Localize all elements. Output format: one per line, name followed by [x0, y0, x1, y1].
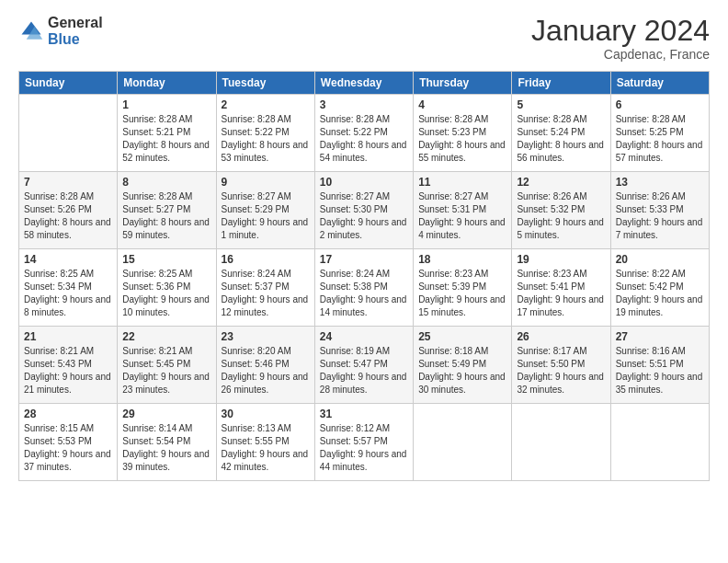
logo-blue-text: Blue: [48, 31, 103, 48]
calendar-cell: 1Sunrise: 8:28 AMSunset: 5:21 PMDaylight…: [118, 95, 216, 172]
day-number: 5: [517, 98, 605, 111]
week-row-2: 14Sunrise: 8:25 AMSunset: 5:34 PMDayligh…: [19, 249, 710, 327]
day-number: 29: [122, 408, 210, 420]
day-info: Sunrise: 8:21 AMSunset: 5:43 PMDaylight:…: [24, 345, 112, 396]
calendar-cell: 29Sunrise: 8:14 AMSunset: 5:54 PMDayligh…: [118, 404, 216, 481]
day-info: Sunrise: 8:26 AMSunset: 5:32 PMDaylight:…: [517, 190, 605, 242]
day-number: 10: [320, 176, 408, 189]
day-number: 1: [122, 98, 210, 111]
day-info: Sunrise: 8:27 AMSunset: 5:30 PMDaylight:…: [320, 190, 408, 242]
calendar-cell: 12Sunrise: 8:26 AMSunset: 5:32 PMDayligh…: [512, 172, 610, 249]
calendar-cell: [610, 404, 709, 481]
day-info: Sunrise: 8:26 AMSunset: 5:33 PMDaylight:…: [616, 190, 704, 242]
day-info: Sunrise: 8:23 AMSunset: 5:39 PMDaylight:…: [418, 268, 506, 319]
day-info: Sunrise: 8:21 AMSunset: 5:45 PMDaylight:…: [122, 345, 210, 396]
day-number: 25: [418, 330, 506, 343]
calendar-cell: 25Sunrise: 8:18 AMSunset: 5:49 PMDayligh…: [414, 327, 512, 404]
logo: General Blue: [18, 15, 103, 47]
day-number: 18: [418, 253, 506, 266]
day-number: 27: [616, 330, 704, 343]
day-number: 7: [24, 176, 112, 189]
day-header-row: Sunday Monday Tuesday Wednesday Thursday…: [19, 72, 710, 95]
week-row-3: 21Sunrise: 8:21 AMSunset: 5:43 PMDayligh…: [19, 327, 710, 404]
calendar-cell: [512, 404, 610, 481]
calendar-cell: 3Sunrise: 8:28 AMSunset: 5:22 PMDaylight…: [314, 95, 413, 172]
day-number: 26: [517, 330, 605, 343]
day-number: 23: [222, 330, 310, 343]
day-info: Sunrise: 8:15 AMSunset: 5:53 PMDaylight:…: [24, 422, 112, 474]
header-saturday: Saturday: [610, 72, 709, 95]
calendar-cell: [414, 404, 512, 481]
calendar-cell: 16Sunrise: 8:24 AMSunset: 5:37 PMDayligh…: [216, 249, 314, 327]
day-info: Sunrise: 8:12 AMSunset: 5:57 PMDaylight:…: [320, 422, 408, 474]
calendar-cell: 28Sunrise: 8:15 AMSunset: 5:53 PMDayligh…: [19, 404, 118, 481]
day-info: Sunrise: 8:24 AMSunset: 5:38 PMDaylight:…: [320, 268, 408, 319]
day-number: 14: [24, 253, 112, 266]
header-tuesday: Tuesday: [216, 72, 314, 95]
day-number: 4: [418, 98, 506, 111]
day-number: 21: [24, 330, 112, 343]
calendar-cell: 26Sunrise: 8:17 AMSunset: 5:50 PMDayligh…: [512, 327, 610, 404]
week-row-1: 7Sunrise: 8:28 AMSunset: 5:26 PMDaylight…: [19, 172, 710, 249]
day-info: Sunrise: 8:28 AMSunset: 5:23 PMDaylight:…: [418, 113, 506, 165]
logo-general-text: General: [48, 15, 103, 31]
header-sunday: Sunday: [19, 72, 118, 95]
day-info: Sunrise: 8:23 AMSunset: 5:41 PMDaylight:…: [517, 268, 605, 319]
header-wednesday: Wednesday: [314, 72, 413, 95]
calendar-header: Sunday Monday Tuesday Wednesday Thursday…: [19, 72, 710, 95]
header-friday: Friday: [512, 72, 610, 95]
calendar-cell: 22Sunrise: 8:21 AMSunset: 5:45 PMDayligh…: [118, 327, 216, 404]
calendar-cell: 24Sunrise: 8:19 AMSunset: 5:47 PMDayligh…: [314, 327, 413, 404]
calendar-cell: 27Sunrise: 8:16 AMSunset: 5:51 PMDayligh…: [610, 327, 709, 404]
day-info: Sunrise: 8:24 AMSunset: 5:37 PMDaylight:…: [222, 268, 310, 319]
calendar-cell: [19, 95, 118, 172]
day-number: 28: [24, 408, 112, 420]
calendar-cell: 7Sunrise: 8:28 AMSunset: 5:26 PMDaylight…: [19, 172, 118, 249]
day-number: 8: [122, 176, 210, 189]
day-info: Sunrise: 8:27 AMSunset: 5:31 PMDaylight:…: [418, 190, 506, 242]
day-info: Sunrise: 8:19 AMSunset: 5:47 PMDaylight:…: [320, 345, 408, 396]
day-info: Sunrise: 8:28 AMSunset: 5:22 PMDaylight:…: [320, 113, 408, 165]
day-number: 2: [222, 98, 310, 111]
calendar-table: Sunday Monday Tuesday Wednesday Thursday…: [18, 71, 710, 481]
month-title: January 2024: [531, 15, 710, 47]
day-number: 24: [320, 330, 408, 343]
day-info: Sunrise: 8:28 AMSunset: 5:22 PMDaylight:…: [222, 113, 310, 165]
calendar-cell: 13Sunrise: 8:26 AMSunset: 5:33 PMDayligh…: [610, 172, 709, 249]
day-number: 11: [418, 176, 506, 189]
day-info: Sunrise: 8:13 AMSunset: 5:55 PMDaylight:…: [222, 422, 310, 474]
day-info: Sunrise: 8:25 AMSunset: 5:36 PMDaylight:…: [122, 268, 210, 319]
day-info: Sunrise: 8:16 AMSunset: 5:51 PMDaylight:…: [616, 345, 704, 396]
day-info: Sunrise: 8:27 AMSunset: 5:29 PMDaylight:…: [222, 190, 310, 242]
calendar-cell: 23Sunrise: 8:20 AMSunset: 5:46 PMDayligh…: [216, 327, 314, 404]
day-info: Sunrise: 8:28 AMSunset: 5:24 PMDaylight:…: [517, 113, 605, 165]
day-number: 19: [517, 253, 605, 266]
day-info: Sunrise: 8:28 AMSunset: 5:27 PMDaylight:…: [122, 190, 210, 242]
calendar-cell: 8Sunrise: 8:28 AMSunset: 5:27 PMDaylight…: [118, 172, 216, 249]
day-number: 30: [222, 408, 310, 420]
day-info: Sunrise: 8:14 AMSunset: 5:54 PMDaylight:…: [122, 422, 210, 474]
calendar-cell: 15Sunrise: 8:25 AMSunset: 5:36 PMDayligh…: [118, 249, 216, 327]
day-info: Sunrise: 8:28 AMSunset: 5:21 PMDaylight:…: [122, 113, 210, 165]
calendar-cell: 9Sunrise: 8:27 AMSunset: 5:29 PMDaylight…: [216, 172, 314, 249]
day-info: Sunrise: 8:20 AMSunset: 5:46 PMDaylight:…: [222, 345, 310, 396]
header-monday: Monday: [118, 72, 216, 95]
page: General Blue January 2024 Capdenac, Fran…: [0, 0, 728, 563]
calendar-cell: 5Sunrise: 8:28 AMSunset: 5:24 PMDaylight…: [512, 95, 610, 172]
day-number: 3: [320, 98, 408, 111]
location: Capdenac, France: [531, 47, 710, 62]
day-number: 17: [320, 253, 408, 266]
header: General Blue January 2024 Capdenac, Fran…: [18, 15, 710, 62]
day-info: Sunrise: 8:18 AMSunset: 5:49 PMDaylight:…: [418, 345, 506, 396]
calendar-body: 1Sunrise: 8:28 AMSunset: 5:21 PMDaylight…: [19, 95, 710, 481]
title-area: January 2024 Capdenac, France: [531, 15, 710, 62]
day-number: 12: [517, 176, 605, 189]
day-number: 16: [222, 253, 310, 266]
calendar-cell: 20Sunrise: 8:22 AMSunset: 5:42 PMDayligh…: [610, 249, 709, 327]
day-number: 20: [616, 253, 704, 266]
day-number: 31: [320, 408, 408, 420]
logo-text: General Blue: [48, 15, 103, 47]
calendar-cell: 4Sunrise: 8:28 AMSunset: 5:23 PMDaylight…: [414, 95, 512, 172]
day-number: 22: [122, 330, 210, 343]
calendar-cell: 18Sunrise: 8:23 AMSunset: 5:39 PMDayligh…: [414, 249, 512, 327]
